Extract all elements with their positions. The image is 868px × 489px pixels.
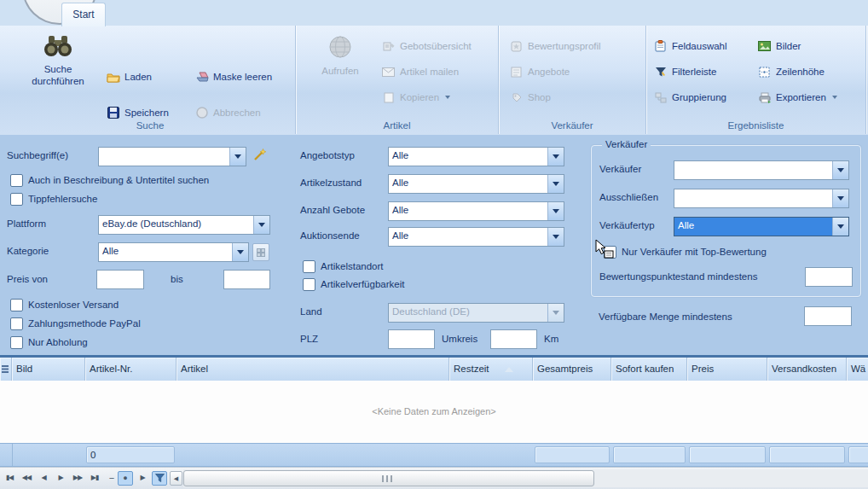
kopieren-button[interactable]: Kopieren (381, 89, 450, 106)
horizontal-scrollbar-track[interactable] (183, 469, 868, 487)
horizontal-scrollbar-thumb[interactable] (183, 470, 594, 486)
verfuegbare-menge-label: Verfügbare Menge mindestens (599, 311, 732, 322)
verkaeufer-combo[interactable] (674, 160, 849, 180)
bewertungsprofil-button[interactable]: Bewertungsprofil (509, 38, 601, 55)
preis-bis-input[interactable] (223, 270, 270, 289)
dropdown-button[interactable] (547, 202, 564, 220)
dropdown-button[interactable] (832, 161, 848, 179)
checkbox-box[interactable] (10, 317, 23, 330)
scrollbar-left-arrow[interactable]: ◀ (170, 471, 182, 486)
envelope-icon (381, 65, 396, 79)
column-label: Gesamtpreis (537, 358, 593, 381)
dropdown-button[interactable] (832, 218, 848, 236)
checkbox-box[interactable] (10, 174, 23, 187)
artikelzustand-combo[interactable]: Alle (388, 174, 564, 194)
bilder-button[interactable]: Bilder (757, 38, 801, 55)
dropdown-button[interactable] (547, 148, 564, 166)
umkreis-input[interactable] (490, 329, 537, 349)
checkbox-artikelverfuegbarkeit[interactable]: Artikelverfügbarkeit (303, 278, 404, 290)
dropdown-button[interactable] (232, 243, 248, 261)
nav-next-page-button[interactable]: ▶▶ (70, 471, 85, 486)
plz-input[interactable] (388, 329, 435, 349)
column-header-waehrung[interactable]: Wä (847, 358, 868, 381)
plattform-combo[interactable]: eBay.de (Deutschland) (98, 215, 270, 235)
shop-tag-icon (509, 90, 524, 104)
angebotstyp-combo[interactable]: Alle (388, 147, 564, 166)
nav-next-button[interactable]: ▶ (53, 471, 68, 486)
laden-button[interactable]: Laden (106, 68, 152, 85)
dropdown-button[interactable] (832, 189, 848, 207)
ausschliessen-label: Ausschließen (599, 192, 658, 202)
checkbox-box[interactable] (303, 278, 315, 291)
aufrufen-button[interactable]: Aufrufen (306, 34, 374, 77)
verkaeufertyp-combo[interactable]: Alle (674, 217, 849, 236)
checkbox-box[interactable] (10, 336, 23, 349)
checkbox-artikelstandort[interactable]: Artikelstandort (303, 260, 384, 272)
auktionsende-combo[interactable]: Alle (388, 227, 564, 247)
button-label: Filterleiste (672, 67, 716, 77)
footer-sum-waehrung (848, 446, 868, 463)
ribbon-tab-strip: Start (0, 0, 868, 26)
dropdown-button[interactable] (229, 148, 246, 166)
suche-durchfuehren-button[interactable]: Suche durchführen (19, 34, 97, 87)
nav-prior-button[interactable]: ◀ (36, 471, 51, 486)
suchbegriff-combo[interactable] (98, 147, 246, 166)
gebotsuebersicht-button[interactable]: Gebotsübersicht (381, 38, 472, 55)
nav-first-button[interactable]: ▮◀ (2, 471, 17, 486)
column-header-artikel-nr[interactable]: Artikel-Nr. (85, 358, 176, 381)
checkbox-box[interactable] (10, 299, 23, 311)
speichern-button[interactable]: Speichern (106, 104, 169, 121)
nav-filter-button[interactable] (152, 471, 167, 486)
nav-last-button[interactable]: ▶▮ (87, 471, 102, 486)
dropdown-button[interactable] (547, 228, 564, 246)
group-label-verkaeufer: Verkäufer (499, 120, 645, 131)
anzahl-gebote-combo[interactable]: Alle (388, 201, 564, 221)
open-folder-icon (106, 70, 120, 84)
column-header-bild[interactable]: Bild (12, 358, 85, 381)
globe-icon (327, 34, 353, 60)
column-header-preis[interactable]: Preis (687, 358, 767, 381)
dropdown-button[interactable] (253, 216, 269, 234)
category-browser-button[interactable] (252, 243, 269, 261)
artikel-mailen-button[interactable]: Artikel mailen (381, 63, 459, 80)
zeilenhoehe-button[interactable]: Zeilenhöhe (757, 63, 825, 80)
verfuegbare-menge-input[interactable] (804, 306, 852, 326)
column-header-versandkosten[interactable]: Versandkosten (767, 358, 847, 381)
feldauswahl-button[interactable]: Feldauswahl (653, 38, 727, 55)
nav-refresh-button[interactable]: ● (118, 471, 133, 486)
abbrechen-button[interactable]: Abbrechen (194, 104, 261, 121)
column-header-sofort-kaufen[interactable]: Sofort kaufen (611, 358, 687, 381)
filterleiste-button[interactable]: Filterleiste (653, 63, 716, 80)
tab-start[interactable]: Start (61, 3, 106, 26)
maske-leeren-button[interactable]: Maske leeren (194, 68, 272, 85)
angebote-button[interactable]: Angebote (509, 63, 570, 80)
column-header-gesamtpreis[interactable]: Gesamtpreis (533, 358, 611, 381)
combo-value: eBay.de (Deutschland) (99, 216, 253, 234)
kategorie-combo[interactable]: Alle (98, 242, 249, 262)
bewertungspunktestand-input[interactable] (805, 267, 853, 287)
checkbox-auch-in-beschreibung[interactable]: Auch in Beschreibung & Untertitel suchen (10, 174, 209, 186)
checkbox-box[interactable] (303, 260, 315, 273)
checkbox-zahlungsmethode-paypal[interactable]: Zahlungsmethode PayPal (10, 317, 141, 329)
checkbox-kostenloser-versand[interactable]: Kostenloser Versand (10, 299, 119, 311)
magic-wand-icon[interactable] (252, 148, 267, 161)
button-label: Kopieren (400, 92, 439, 102)
checkbox-tippfehlersuche[interactable]: Tippfehlersuche (10, 193, 97, 205)
preis-von-input[interactable] (96, 270, 144, 289)
preis-von-label: Preis von (7, 274, 48, 284)
nav-bookmark-button[interactable]: ▶ (135, 471, 150, 486)
shop-button[interactable]: Shop (509, 89, 551, 106)
column-header-artikel[interactable]: Artikel (176, 358, 449, 381)
dropdown-button[interactable] (547, 175, 564, 193)
nav-prior-page-button[interactable]: ◀◀ (19, 471, 34, 486)
checkbox-nur-abholung[interactable]: Nur Abholung (10, 336, 88, 348)
gruppierung-button[interactable]: Gruppierung (653, 89, 726, 106)
checkbox-nur-top-bewertung[interactable]: Nur Verkäufer mit Top-Bewertung (604, 246, 767, 258)
footer-count-cell: 0 (86, 446, 175, 463)
exportieren-button[interactable]: Exportieren (757, 89, 837, 106)
column-header-restzeit[interactable]: Restzeit (449, 358, 533, 381)
footer-sum-preis (689, 446, 766, 463)
column-chooser-header[interactable] (0, 358, 12, 381)
checkbox-box[interactable] (10, 193, 23, 206)
ausschliessen-combo[interactable] (674, 189, 849, 208)
